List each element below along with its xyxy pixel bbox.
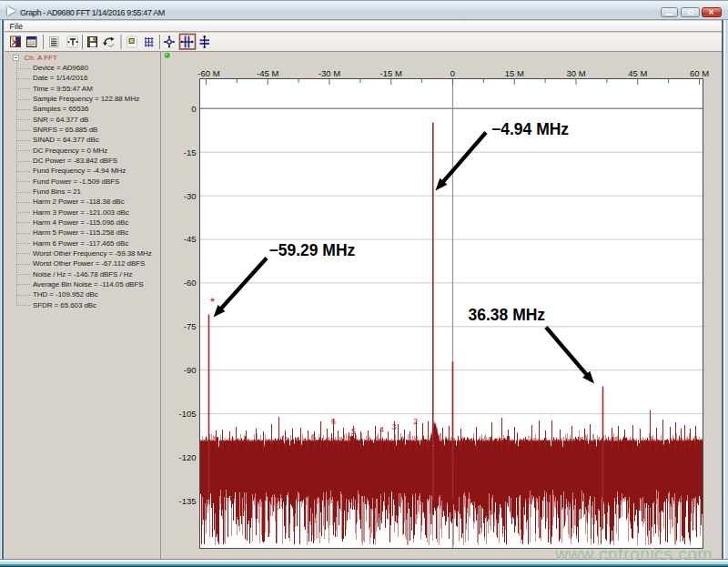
svg-text:-135: -135 (178, 496, 196, 506)
svg-text:−4.94 MHz: −4.94 MHz (491, 120, 569, 138)
svg-text:-105: -105 (178, 409, 196, 419)
svg-text:-30 M: -30 M (318, 68, 340, 78)
svg-text:-45 M: -45 M (257, 68, 278, 78)
svg-text:30 M: 30 M (566, 68, 585, 78)
svg-text:-30: -30 (184, 191, 197, 201)
svg-text:60 M: 60 M (690, 68, 709, 78)
svg-text:45 M: 45 M (628, 68, 647, 78)
svg-text:-75: -75 (184, 321, 197, 331)
svg-text:15 M: 15 M (505, 68, 524, 78)
svg-text:2: 2 (413, 417, 418, 426)
svg-text:5: 5 (351, 427, 356, 436)
svg-text:36.38 MHz: 36.38 MHz (469, 306, 546, 324)
svg-text:6: 6 (331, 417, 336, 426)
svg-text:0: 0 (191, 104, 196, 114)
svg-text:-120: -120 (178, 452, 196, 462)
svg-text:-15 M: -15 M (380, 68, 402, 78)
svg-text:3: 3 (391, 422, 396, 431)
svg-text:-15: -15 (184, 147, 197, 157)
svg-text:-60 M: -60 M (197, 68, 219, 78)
svg-text:-45: -45 (184, 234, 197, 244)
svg-text:-60: -60 (184, 278, 197, 288)
svg-text:4: 4 (379, 425, 384, 434)
svg-text:0: 0 (450, 68, 455, 78)
svg-text:−59.29 MHz: −59.29 MHz (269, 241, 356, 259)
svg-text:-90: -90 (184, 365, 197, 375)
